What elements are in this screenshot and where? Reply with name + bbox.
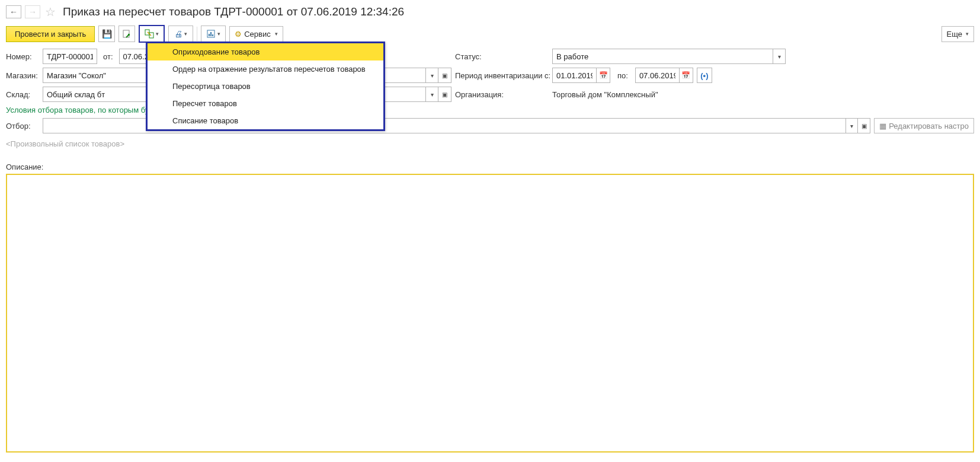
- org-value: Торговый дом "Комплексный": [552, 90, 658, 99]
- create-based-on-dropdown: Оприходование товаров Ордер на отражение…: [146, 42, 385, 131]
- create-link-icon: [145, 29, 154, 39]
- chevron-down-icon: ▾: [275, 31, 278, 37]
- gear-icon: ⚙: [235, 30, 242, 39]
- description-textarea[interactable]: [6, 174, 974, 453]
- warehouse-open-button[interactable]: ▣: [438, 87, 451, 102]
- edit-settings-button[interactable]: ▦ Редактировать настро: [874, 118, 974, 133]
- status-input[interactable]: [552, 49, 773, 64]
- period-to-input[interactable]: [635, 68, 679, 83]
- svg-rect-5: [210, 32, 212, 36]
- post-and-close-button[interactable]: Провести и закрыть: [6, 26, 95, 42]
- chevron-down-icon: ▾: [217, 31, 220, 37]
- org-label: Организация:: [455, 90, 549, 99]
- otbor-dropdown-button[interactable]: ▾: [846, 118, 858, 133]
- post-icon: [122, 29, 132, 39]
- filter-hint: <Произвольный список товаров>: [6, 137, 974, 158]
- period-from-input[interactable]: [552, 68, 596, 83]
- store-dropdown-button[interactable]: ▾: [425, 68, 438, 83]
- number-label: Номер:: [6, 52, 39, 61]
- period-from-calendar-button[interactable]: 📅: [596, 68, 610, 83]
- svg-rect-4: [209, 34, 210, 36]
- status-dropdown-button[interactable]: ▾: [773, 49, 786, 64]
- create-based-on-button[interactable]: ▾: [139, 25, 165, 43]
- printer-icon: 🖨: [174, 29, 182, 39]
- store-label: Магазин:: [6, 71, 39, 80]
- store-open-button[interactable]: ▣: [438, 68, 451, 83]
- description-label: Описание:: [6, 163, 974, 171]
- nav-back-button[interactable]: ←: [6, 5, 21, 18]
- dd-item-peresortica[interactable]: Пересортица товаров: [148, 78, 383, 95]
- chevron-down-icon: ▾: [778, 53, 781, 60]
- otbor-open-button[interactable]: ▣: [858, 118, 870, 133]
- chevron-down-icon: ▾: [966, 31, 969, 37]
- chevron-down-icon: ▾: [184, 31, 187, 37]
- warehouse-label: Склад:: [6, 90, 39, 99]
- svg-rect-6: [212, 34, 213, 36]
- warehouse-dropdown-button[interactable]: ▾: [425, 87, 438, 102]
- settings-icon: ▦: [879, 122, 886, 130]
- number-input[interactable]: [43, 49, 97, 64]
- broadcast-icon: (•): [700, 71, 708, 80]
- calendar-icon: 📅: [681, 71, 690, 79]
- period-to-label: по:: [614, 71, 632, 80]
- svg-rect-0: [123, 30, 129, 37]
- broadcast-button[interactable]: (•): [697, 68, 712, 83]
- filter-conditions-label: Условия отбора товаров, по которым буд: [6, 106, 153, 114]
- report-icon: [206, 29, 216, 39]
- otbor-label: Отбор:: [6, 122, 39, 130]
- chevron-down-icon: ▾: [431, 72, 434, 79]
- edit-settings-label: Редактировать настро: [889, 122, 969, 130]
- chevron-down-icon: ▾: [431, 91, 434, 98]
- calendar-icon: 📅: [599, 71, 608, 79]
- status-label: Статус:: [455, 52, 549, 61]
- dd-item-order[interactable]: Ордер на отражение результатов пересчето…: [148, 60, 383, 78]
- dd-item-pereschet[interactable]: Пересчет товаров: [148, 95, 383, 112]
- period-label: Период инвентаризации с:: [455, 71, 549, 80]
- page-title: Приказ на пересчет товаров ТДРТ-000001 о…: [63, 5, 404, 18]
- dd-item-spisanie[interactable]: Списание товаров: [148, 112, 383, 129]
- nav-forward-button[interactable]: →: [25, 5, 40, 18]
- save-icon: 💾: [102, 29, 112, 39]
- open-icon: ▣: [442, 91, 447, 98]
- period-to-calendar-button[interactable]: 📅: [679, 68, 693, 83]
- reports-button[interactable]: ▾: [201, 26, 226, 42]
- post-button[interactable]: [119, 26, 135, 42]
- chevron-down-icon: ▾: [156, 31, 159, 37]
- service-label: Сервис: [244, 30, 271, 39]
- from-label: от:: [101, 52, 116, 61]
- dd-item-oprihodovanie[interactable]: Оприходование товаров: [148, 43, 383, 60]
- more-label: Еще: [947, 30, 962, 39]
- save-button[interactable]: 💾: [98, 26, 115, 42]
- print-button[interactable]: 🖨 ▾: [168, 26, 193, 42]
- toolbar-separator: [197, 27, 197, 41]
- chevron-down-icon: ▾: [850, 123, 853, 129]
- more-button[interactable]: Еще ▾: [941, 26, 974, 42]
- open-icon: ▣: [861, 123, 867, 129]
- open-icon: ▣: [442, 72, 447, 79]
- arrow-right-icon: →: [28, 7, 37, 17]
- favorite-star-icon[interactable]: ☆: [44, 5, 57, 19]
- arrow-left-icon: ←: [9, 7, 18, 17]
- service-button[interactable]: ⚙ Сервис ▾: [229, 26, 283, 42]
